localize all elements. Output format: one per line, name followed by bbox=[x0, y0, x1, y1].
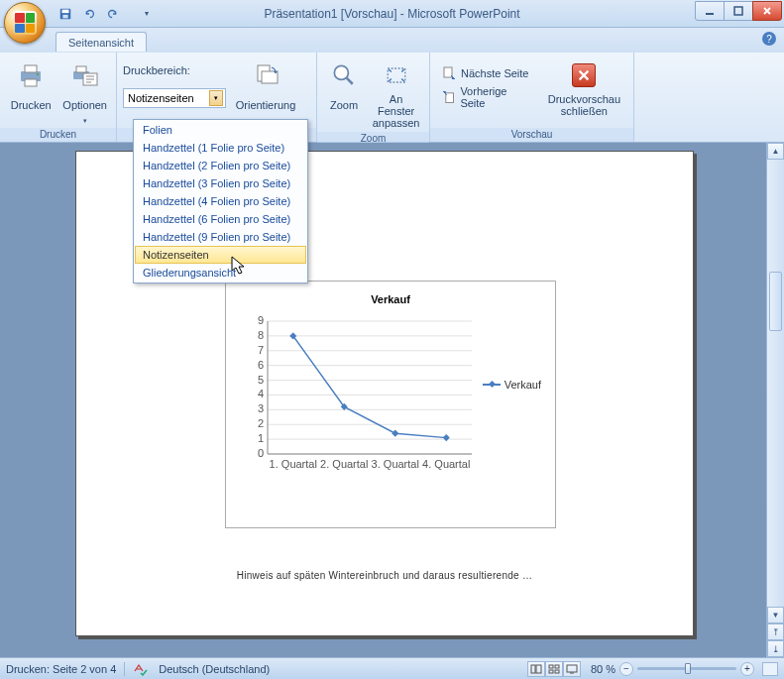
slideshow-view-icon[interactable] bbox=[563, 661, 581, 677]
ribbon-tabstrip: Seitenansicht ? bbox=[0, 28, 784, 52]
svg-text:1: 1 bbox=[258, 432, 264, 444]
chart-title: Verkauf bbox=[226, 293, 555, 305]
svg-text:4: 4 bbox=[258, 388, 264, 399]
prev-page-icon bbox=[441, 89, 456, 105]
orientation-icon bbox=[250, 59, 281, 91]
print-range-dropdown[interactable]: FolienHandzettel (1 Folie pro Seite)Hand… bbox=[133, 119, 308, 283]
dropdown-item[interactable]: Handzettel (1 Folie pro Seite) bbox=[135, 139, 306, 157]
svg-rect-52 bbox=[549, 670, 553, 673]
ribbon: Drucken Optionen ▾ Drucken Druckbereich:… bbox=[0, 52, 784, 143]
dropdown-item[interactable]: Handzettel (6 Folien pro Seite) bbox=[135, 210, 306, 228]
dropdown-item[interactable]: Folien bbox=[135, 121, 306, 139]
next-slide-icon[interactable]: ⤓ bbox=[767, 640, 784, 657]
svg-text:3: 3 bbox=[258, 402, 264, 414]
dropdown-item[interactable]: Notizenseiten bbox=[135, 246, 306, 264]
quick-access-toolbar: ▾ bbox=[56, 4, 157, 24]
maximize-button[interactable] bbox=[724, 1, 753, 21]
svg-rect-3 bbox=[706, 13, 714, 15]
options-button[interactable]: Optionen ▾ bbox=[59, 57, 110, 128]
page-info: Drucken: Seite 2 von 4 bbox=[6, 663, 116, 675]
fit-window-button[interactable]: An Fenster anpassen bbox=[369, 57, 423, 132]
scroll-up-icon[interactable]: ▲ bbox=[767, 143, 784, 160]
close-icon bbox=[572, 63, 596, 87]
close-button[interactable] bbox=[752, 1, 782, 21]
svg-text:1. Quartal: 1. Quartal bbox=[270, 458, 317, 470]
notes-text: Hinweis auf späten Wintereinbruch und da… bbox=[76, 570, 693, 581]
print-range-combo[interactable]: Notizenseiten ▾ bbox=[123, 88, 226, 108]
dropdown-item[interactable]: Handzettel (4 Folien pro Seite) bbox=[135, 192, 306, 210]
zoom-fit-button[interactable] bbox=[762, 662, 778, 676]
svg-rect-10 bbox=[76, 66, 86, 72]
zoom-value[interactable]: 80 % bbox=[591, 663, 616, 675]
svg-text:6: 6 bbox=[258, 359, 264, 371]
svg-text:5: 5 bbox=[258, 374, 264, 386]
svg-text:4. Quartal: 4. Quartal bbox=[422, 458, 470, 470]
prev-page-button[interactable]: Vorherige Seite bbox=[436, 86, 537, 108]
print-range-label: Druckbereich: bbox=[123, 64, 226, 76]
normal-view-icon[interactable] bbox=[527, 661, 545, 677]
office-button[interactable] bbox=[4, 2, 46, 44]
zoom-control: 80 % − + bbox=[591, 662, 778, 676]
next-page-button[interactable]: Nächste Seite bbox=[436, 62, 537, 84]
printer-icon bbox=[15, 59, 47, 91]
svg-text:7: 7 bbox=[258, 344, 264, 356]
svg-text:2: 2 bbox=[258, 417, 264, 429]
slide-thumbnail: Verkauf 01234567891. Quartal2. Quartal3.… bbox=[225, 281, 556, 528]
group-vorschau: Nächste Seite Vorherige Seite Druckvorsc… bbox=[430, 53, 634, 142]
print-button[interactable]: Drucken bbox=[6, 57, 56, 120]
svg-rect-51 bbox=[555, 665, 559, 668]
fit-window-icon bbox=[381, 59, 412, 91]
svg-rect-53 bbox=[555, 670, 559, 673]
zoom-slider-handle[interactable] bbox=[685, 663, 691, 674]
tab-seitenansicht[interactable]: Seitenansicht bbox=[56, 32, 147, 52]
zoom-in-button[interactable]: + bbox=[740, 662, 754, 676]
svg-rect-46 bbox=[392, 430, 398, 437]
help-icon[interactable]: ? bbox=[762, 32, 776, 46]
qat-customize-icon[interactable]: ▾ bbox=[137, 4, 157, 24]
scroll-down-icon[interactable]: ▼ bbox=[767, 607, 784, 623]
orientation-button[interactable]: Orientierung ▾ bbox=[230, 57, 301, 128]
dropdown-item[interactable]: Gliederungsansicht bbox=[135, 264, 306, 282]
zoom-out-button[interactable]: − bbox=[619, 662, 633, 676]
zoom-slider[interactable] bbox=[637, 667, 736, 670]
scroll-thumb[interactable] bbox=[769, 272, 782, 331]
svg-rect-54 bbox=[567, 665, 577, 672]
svg-rect-4 bbox=[734, 7, 742, 15]
dropdown-item[interactable]: Handzettel (2 Folien pro Seite) bbox=[135, 157, 306, 174]
magnifier-icon bbox=[328, 59, 360, 91]
printer-options-icon bbox=[69, 59, 101, 91]
sorter-view-icon[interactable] bbox=[545, 661, 563, 677]
svg-rect-50 bbox=[549, 665, 553, 668]
prev-slide-icon[interactable]: ⤒ bbox=[767, 623, 784, 640]
dropdown-item[interactable]: Handzettel (3 Folien pro Seite) bbox=[135, 174, 306, 192]
svg-text:0: 0 bbox=[258, 447, 264, 459]
svg-rect-47 bbox=[443, 434, 450, 441]
svg-rect-49 bbox=[536, 665, 541, 673]
chevron-down-icon[interactable]: ▾ bbox=[209, 90, 223, 106]
zoom-button[interactable]: Zoom bbox=[323, 57, 365, 120]
save-icon[interactable] bbox=[56, 4, 75, 24]
undo-icon[interactable] bbox=[79, 4, 99, 24]
minimize-button[interactable] bbox=[695, 1, 725, 21]
svg-rect-6 bbox=[25, 65, 37, 72]
chart-legend: Verkauf bbox=[483, 379, 541, 391]
svg-text:2. Quartal: 2. Quartal bbox=[320, 458, 368, 470]
vertical-scrollbar[interactable]: ▲ ▼ ⤒ ⤓ bbox=[766, 143, 784, 657]
chart-area: 01234567891. Quartal2. Quartal3. Quartal… bbox=[244, 315, 478, 482]
status-bar: Drucken: Seite 2 von 4 Deutsch (Deutschl… bbox=[0, 657, 784, 679]
next-page-icon bbox=[441, 65, 457, 81]
spellcheck-icon[interactable] bbox=[133, 662, 149, 676]
title-bar: ▾ Präsentation1 [Vorschau] - Microsoft P… bbox=[0, 0, 784, 28]
svg-rect-2 bbox=[62, 14, 67, 18]
svg-rect-48 bbox=[531, 665, 535, 673]
group-drucken: Drucken Optionen ▾ Drucken bbox=[0, 53, 117, 142]
close-preview-button[interactable]: Druckvorschau schließen bbox=[541, 57, 627, 120]
dropdown-item[interactable]: Handzettel (9 Folien pro Seite) bbox=[135, 228, 306, 246]
svg-point-14 bbox=[334, 65, 348, 79]
svg-text:3. Quartal: 3. Quartal bbox=[372, 458, 419, 470]
redo-icon[interactable] bbox=[103, 4, 123, 24]
view-buttons bbox=[527, 661, 581, 677]
svg-text:9: 9 bbox=[258, 315, 264, 326]
language-label[interactable]: Deutsch (Deutschland) bbox=[159, 663, 270, 675]
svg-rect-1 bbox=[62, 9, 69, 13]
